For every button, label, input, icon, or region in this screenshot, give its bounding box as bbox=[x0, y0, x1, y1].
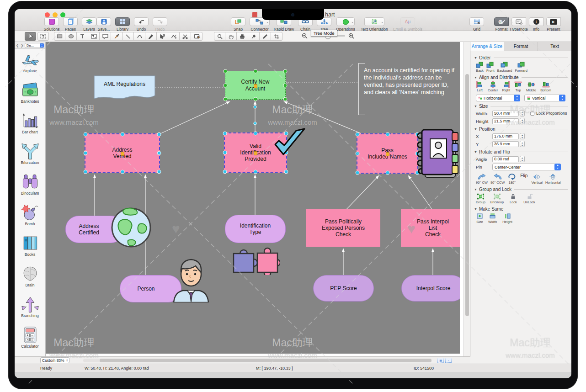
reshape-tool-button[interactable] bbox=[157, 32, 168, 41]
shape-item-branching[interactable]: Branching bbox=[15, 294, 45, 324]
unlock-button[interactable]: UnLock bbox=[523, 193, 535, 204]
arc-tool-button[interactable] bbox=[134, 32, 145, 41]
flip-vertical-button[interactable]: Vertical bbox=[531, 174, 543, 185]
note-annotation[interactable]: An account is certified for opening if t… bbox=[358, 63, 460, 115]
selection-handle[interactable] bbox=[254, 170, 258, 174]
selection-handle[interactable] bbox=[157, 151, 161, 155]
lock-button[interactable]: Lock bbox=[509, 193, 517, 204]
selection-handle[interactable] bbox=[223, 170, 227, 174]
zoom-in-icon[interactable] bbox=[348, 33, 355, 39]
zoom-out-icon[interactable] bbox=[302, 33, 308, 39]
page-view-button-2[interactable]: ▫ bbox=[445, 358, 452, 363]
section-position[interactable]: ▼Position bbox=[474, 127, 568, 132]
selection-handle[interactable] bbox=[356, 132, 360, 137]
vertical-scrollbar[interactable] bbox=[463, 42, 470, 364]
angle-input[interactable]: 0.00 rad bbox=[492, 156, 519, 162]
make-same-width-button[interactable]: Width bbox=[488, 213, 497, 224]
selection-handle[interactable] bbox=[84, 132, 88, 137]
align-bottom-button[interactable]: Bottom bbox=[540, 81, 551, 92]
selection-handle[interactable] bbox=[253, 69, 257, 74]
selection-handle[interactable] bbox=[253, 97, 257, 101]
lock-proportions-checkbox[interactable] bbox=[530, 111, 534, 116]
shape-item-books[interactable]: Books bbox=[15, 233, 45, 263]
tab-text[interactable]: Text bbox=[538, 42, 571, 51]
section-group-lock[interactable]: ▼Group and Lock bbox=[474, 187, 568, 192]
eyedropper-tool-button[interactable] bbox=[248, 32, 260, 41]
crop-tool-button[interactable] bbox=[271, 32, 282, 41]
library-select[interactable]: De... bbox=[25, 43, 44, 48]
emoji-symbols-button[interactable]: Δμ Emoji & Symbols bbox=[392, 17, 424, 32]
text-tool-button[interactable] bbox=[77, 32, 88, 41]
shape-item-calculator[interactable]: Calculator bbox=[15, 324, 45, 355]
horizontal-scrollbar-thumb[interactable] bbox=[100, 359, 432, 362]
pan-tool-button[interactable] bbox=[225, 32, 237, 41]
selection-handle[interactable] bbox=[84, 151, 88, 155]
stamp-tool-button[interactable] bbox=[237, 32, 248, 41]
order-forward-button[interactable]: Forward bbox=[515, 62, 527, 73]
redo-button[interactable]: Redo bbox=[151, 17, 169, 32]
width-input[interactable]: 50.4 mm bbox=[492, 111, 519, 117]
selection-handle[interactable] bbox=[120, 170, 124, 174]
selection-handle[interactable] bbox=[283, 97, 288, 101]
node-pep-score[interactable]: PEP Score bbox=[313, 275, 374, 302]
text-select-tool-button[interactable] bbox=[37, 32, 49, 41]
selection-handle[interactable] bbox=[385, 171, 389, 175]
section-order[interactable]: ▼Order bbox=[474, 55, 568, 60]
rectangle-tool-button[interactable] bbox=[54, 32, 65, 41]
ungroup-button[interactable]: UnGroup bbox=[490, 193, 504, 204]
info-button[interactable]: Info bbox=[527, 17, 545, 32]
library-forward-icon[interactable]: ❯ bbox=[20, 43, 24, 48]
selection-handle[interactable] bbox=[283, 83, 288, 87]
tab-arrange-size[interactable]: Arrange & Size bbox=[470, 42, 504, 51]
distribute-vertical-select[interactable]: Vertical bbox=[524, 95, 565, 101]
position-y-input[interactable]: 36.9 mm bbox=[492, 141, 519, 147]
library-button[interactable]: Library bbox=[114, 17, 131, 32]
section-make-same[interactable]: ▼Make Same bbox=[474, 207, 568, 212]
snap-button[interactable]: Snap bbox=[229, 17, 247, 32]
align-middle-button[interactable]: Middle bbox=[526, 81, 536, 92]
selection-handle[interactable] bbox=[84, 170, 88, 174]
zoom-tool-button[interactable] bbox=[214, 32, 225, 41]
shape-item-banknotes[interactable]: Banknotes bbox=[15, 79, 45, 110]
zoom-level-select[interactable]: Custom 83%⇕ bbox=[40, 357, 69, 363]
selection-handle[interactable] bbox=[385, 132, 389, 137]
section-rotate-flip[interactable]: ▼Rotate and Flip bbox=[474, 149, 568, 154]
split-tool-button[interactable] bbox=[180, 32, 191, 41]
selection-handle[interactable] bbox=[223, 151, 227, 155]
align-top-button[interactable]: Top bbox=[514, 81, 522, 92]
width-stepper[interactable] bbox=[520, 110, 525, 117]
shape-item-binoculars[interactable]: Binoculars bbox=[15, 171, 45, 202]
selection-handle[interactable] bbox=[157, 170, 161, 174]
present-button[interactable]: Present bbox=[545, 17, 562, 32]
selection-handle[interactable] bbox=[356, 152, 360, 156]
line-tool-button[interactable] bbox=[123, 32, 134, 41]
selection-handle[interactable] bbox=[224, 69, 228, 74]
align-right-button[interactable]: Right bbox=[502, 81, 511, 92]
make-same-size-button[interactable]: Size bbox=[476, 213, 484, 224]
rotate-180-button[interactable]: 180° bbox=[507, 174, 517, 185]
selection-handle[interactable] bbox=[224, 83, 228, 87]
node-address-verified[interactable]: Address Verified bbox=[85, 133, 160, 173]
height-stepper[interactable] bbox=[520, 118, 525, 124]
ellipse-tool-button[interactable] bbox=[65, 32, 77, 41]
rotate-90ccw-button[interactable]: 90° CCW bbox=[490, 174, 505, 185]
order-backward-button[interactable]: Backward bbox=[497, 62, 512, 73]
undo-button[interactable]: Undo bbox=[133, 17, 150, 32]
pen-tool-button[interactable] bbox=[145, 32, 157, 41]
solutions-button[interactable]: Solutions bbox=[43, 17, 60, 32]
text-orientation-button[interactable]: ⌄ Text Orientation bbox=[358, 17, 390, 32]
selection-handle[interactable] bbox=[254, 132, 258, 136]
flip-horizontal-button[interactable]: Horizontal bbox=[545, 174, 561, 185]
close-window-button[interactable] bbox=[45, 12, 50, 17]
arrow-tool-button[interactable] bbox=[111, 32, 123, 41]
node-pass-included-names[interactable]: Pass Included Names bbox=[357, 133, 418, 174]
page-view-button-1[interactable]: ▦ bbox=[437, 358, 444, 363]
position-x-input[interactable]: 176.0 mm bbox=[492, 133, 519, 139]
shape-item-bifurcation[interactable]: Bifurcation bbox=[15, 141, 45, 171]
format-button[interactable]: Format bbox=[493, 17, 510, 32]
pin-select[interactable]: Center-Center bbox=[492, 164, 561, 170]
section-size[interactable]: ▼Size bbox=[474, 104, 568, 109]
align-left-button[interactable]: Left bbox=[476, 81, 484, 92]
order-back-button[interactable]: Back bbox=[476, 62, 484, 73]
rotate-90cw-button[interactable]: 90° CW bbox=[476, 174, 488, 185]
